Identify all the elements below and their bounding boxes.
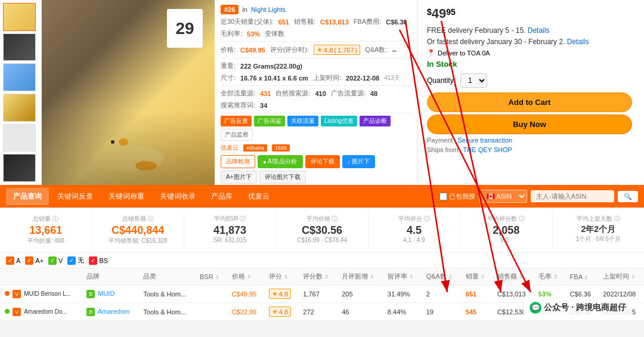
ships-from-value[interactable]: THE QEY SHOP [463,146,512,153]
tag-product-diag[interactable]: 产品诊断 [360,116,391,126]
row1-retention: 31.49% [383,285,422,303]
filter-v-checkbox[interactable]: ✓ [48,256,57,265]
main-product-image: 29 [42,0,215,185]
size-label: 尺寸: [221,73,236,82]
tag-ad-check[interactable]: 广告反查 [221,116,252,126]
row2-retention: 8.44% [383,303,422,321]
quantity-select[interactable]: 1 2 3 [460,73,487,88]
col-monthly[interactable]: 月评新增 ⇕ [337,268,383,285]
col-reviews[interactable]: 评分数 ⇕ [298,268,337,285]
col-rating[interactable]: 评分 ⇕ [264,268,299,285]
stock-status: In Stock [427,60,632,69]
row2-brand-icon[interactable]: B [86,308,95,316]
thumbnail-5[interactable] [3,124,36,152]
fba-label: FBA费用: [354,17,381,26]
col-qa[interactable]: Q&A数 ⇕ [422,268,461,285]
col-brand[interactable]: 品牌 [82,268,138,285]
calendar-number: 29 [175,20,194,37]
price-symbol: $ [427,7,432,17]
tag-product-monitor[interactable]: 产品监察 [221,129,253,141]
brand-detect-btn[interactable]: 品牌检测 [221,155,255,168]
rank-number: #26 [224,6,235,13]
details-link-1[interactable]: Details [528,26,550,35]
recommend-value: 34 [260,102,267,109]
row2-brand[interactable]: Amaredom [98,308,130,315]
filter-bs[interactable]: ✓ BS [89,256,108,265]
asin-region-select[interactable]: 🇨🇦 ASIN 🇺🇸 ASIN [479,190,527,203]
col-revenue[interactable]: 销售额 ⇕ [493,268,534,285]
tag-listing[interactable]: Listing优查 [321,116,357,126]
filter-v[interactable]: ✓ V [48,256,63,265]
filter-none-checkbox[interactable]: ✓ [67,256,76,265]
filter-none[interactable]: ✓ 无 [67,256,84,265]
row1-monthly: 205 [337,285,383,303]
nav-product-query[interactable]: 产品查询 [6,188,49,205]
details-link-2[interactable]: Details [567,38,589,46]
weight-row: 重量: 222 Grams(222.00g) [221,61,411,70]
col-fba[interactable]: FBA ⇕ [565,268,599,285]
filter-bs-checkbox[interactable]: ✓ [89,256,97,265]
thumbnail-2[interactable] [3,33,36,61]
price-main: 49 [432,6,446,21]
col-launch[interactable]: 上架时间 ⇕ [598,268,644,285]
nav-youmai-cloud[interactable]: 优麦云 [241,188,277,205]
supplier-row: 优麦云 Alibaba 1688 [221,144,411,152]
location-icon: 📍 [427,49,435,57]
buy-now-btn[interactable]: Buy Now [427,115,632,134]
col-retention[interactable]: 留评率 ⇕ [383,268,422,285]
total-sales-value: 431 [260,90,271,97]
filter-aplus[interactable]: ✓ A+ [25,256,44,265]
margin-value: 53% [247,30,260,38]
thumbnail-1[interactable] [3,3,36,31]
col-category[interactable]: 品类 [138,268,195,285]
num1688-link[interactable]: 1688 [272,144,290,152]
aplus-images-btn[interactable]: A+图片下 [221,171,257,184]
col-margin[interactable]: 毛率 ⇕ [534,268,565,285]
thumbnail-3[interactable] [3,63,36,91]
row1-name[interactable]: MUID Benson L... [24,290,71,297]
weight-value: 222 Grams(222.00g) [240,63,302,70]
reviews-count: ( [334,47,336,54]
col-price[interactable]: 价格 ⇕ [227,268,264,285]
filter-aplus-checkbox[interactable]: ✓ [25,256,33,265]
thumbnail-4[interactable] [3,94,36,122]
secure-transaction-link[interactable]: Secure transaction [457,137,512,144]
nav-keyword-weight[interactable]: 关键词称重 [101,188,151,205]
asin-input[interactable] [531,190,614,202]
row1-reviews: 1,767 [298,285,337,303]
nav-keyword-review[interactable]: 关键词反查 [50,188,100,205]
rank-category-link[interactable]: Night Lights [251,6,286,13]
row2-sales: 545 [461,303,493,321]
tag-related[interactable]: 关联流量 [287,116,318,126]
row2-name[interactable]: Amaredom Do... [24,308,67,315]
nav-keyword-collect[interactable]: 关键词收录 [153,188,203,205]
row1-flags: V MUID Benson L... [0,285,82,303]
row1-brand[interactable]: MUID [98,290,114,297]
row2-price: C$22.99 [227,303,264,321]
row2-monthly: 46 [337,303,383,321]
qa-label: Q&A数: [365,45,387,54]
col-check [0,268,82,285]
thumbnail-6[interactable] [3,154,36,182]
row1-brand-icon[interactable]: B [86,290,95,298]
col-sales[interactable]: 销量 ⇕ [461,268,493,285]
nav-product-library[interactable]: 产品库 [204,188,240,205]
row1-rating: ★4.8 [264,285,299,303]
review-download-btn[interactable]: 评论下载 [305,155,340,168]
review-images-btn[interactable]: 评论图片下载 [259,171,306,184]
filter-row: ✓ A ✓ A+ ✓ V ✓ 无 ✓ BS [0,253,644,268]
col-bsr[interactable]: BSR ⇕ [195,268,227,285]
launch-value: 2022-12-08 [346,75,379,82]
total-sales-label: 全部流量源: [221,89,255,98]
already-searched-checkbox[interactable] [439,193,447,200]
image-download-btn[interactable]: ↓ 图片下 [342,155,375,168]
ai-analysis-btn[interactable]: ● AI竞品分析 [258,155,303,168]
nav-search-btn[interactable]: 🔍 [618,191,638,202]
filter-a[interactable]: ✓ A [6,256,20,265]
add-to-cart-btn[interactable]: Add to Cart [427,92,632,112]
alibaba-link[interactable]: Alibaba [243,144,267,152]
tag-ad-word[interactable]: 广告词鉴 [254,116,285,126]
weight-label: 重量: [221,61,236,70]
size-row: 尺寸: 16.76 x 10.41 x 6.6 cm 上架时间: 2022-12… [221,73,411,82]
filter-a-checkbox[interactable]: ✓ [6,256,14,265]
